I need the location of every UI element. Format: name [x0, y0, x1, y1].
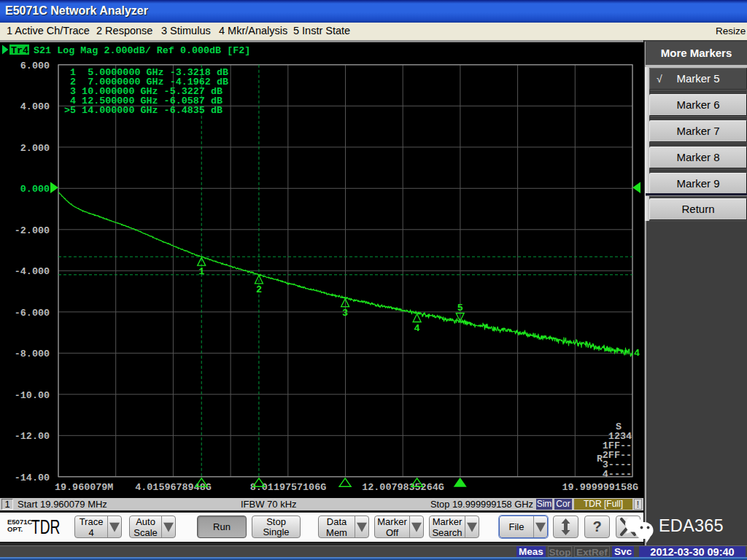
svg-text:-14.00: -14.00	[15, 472, 50, 483]
svg-text:-6.000: -6.000	[15, 308, 50, 319]
svg-text:4: 4	[634, 348, 640, 359]
svg-text:-4.000: -4.000	[15, 266, 50, 277]
svg-text:1: 1	[198, 266, 204, 277]
svg-text:19.960079M: 19.960079M	[55, 482, 113, 493]
svg-text:-12.00: -12.00	[15, 431, 50, 442]
svg-text:5: 5	[457, 303, 463, 314]
svg-text:-10.00: -10.00	[15, 390, 50, 401]
svg-text:4.000: 4.000	[20, 101, 50, 112]
svg-text:4: 4	[414, 323, 420, 334]
svg-text:2.000: 2.000	[20, 143, 50, 154]
svg-text:>5 14.000000 GHz -6.4835 dB: >5 14.000000 GHz -6.4835 dB	[64, 105, 222, 116]
svg-text:Tr4: Tr4	[11, 45, 28, 56]
svg-text:-2.000: -2.000	[15, 225, 50, 236]
svg-text:6.000: 6.000	[20, 61, 50, 71]
svg-text:2: 2	[256, 284, 262, 295]
svg-text:4----: 4----	[603, 469, 632, 480]
svg-text:12.0079835264G: 12.0079835264G	[362, 482, 444, 493]
svg-text:S21 Log Mag 2.000dB/ Ref 0.000: S21 Log Mag 2.000dB/ Ref 0.000dB [F2]	[34, 45, 250, 56]
svg-text:0.000: 0.000	[20, 184, 50, 195]
svg-text:-8.000: -8.000	[15, 349, 50, 359]
svg-text:19.999999158G: 19.999999158G	[562, 482, 638, 493]
svg-text:3: 3	[342, 308, 348, 319]
svg-text:R: R	[597, 454, 603, 464]
